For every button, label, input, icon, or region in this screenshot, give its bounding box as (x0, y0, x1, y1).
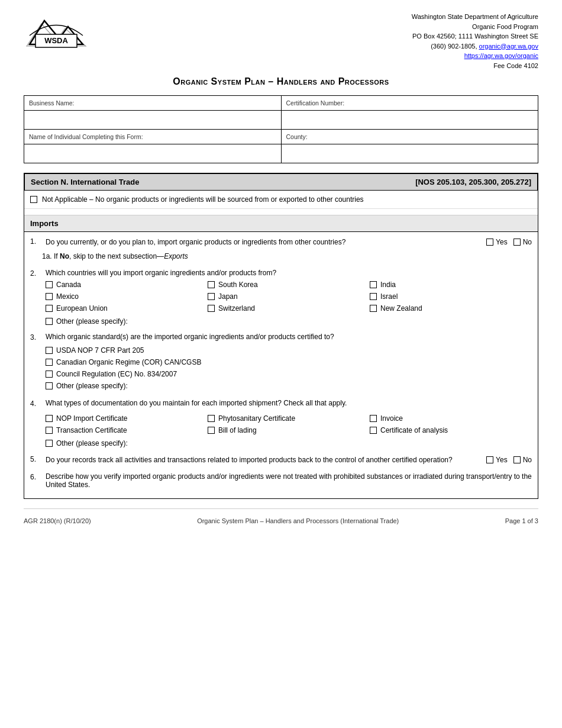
country-japan: Japan (208, 292, 370, 301)
mexico-checkbox[interactable] (46, 293, 53, 300)
new-zealand-checkbox[interactable] (370, 305, 377, 312)
israel-checkbox[interactable] (370, 293, 377, 300)
cert-analysis-checkbox[interactable] (370, 427, 377, 434)
doc-other-checkbox[interactable] (46, 440, 53, 447)
individual-name-value (24, 144, 282, 163)
question-5: 5. Do your records track all activities … (24, 450, 538, 468)
question-4: 4. What types of documentation do you ma… (24, 394, 538, 450)
country-other-checkbox[interactable] (46, 318, 53, 325)
countries-grid: Canada South Korea India (46, 277, 532, 315)
page-title: Organic System Plan – Handlers and Proce… (24, 76, 538, 87)
not-applicable-checkbox[interactable] (30, 196, 37, 203)
imports-header: Imports (24, 215, 538, 232)
standard-other: Other (please specify): (46, 380, 532, 392)
form-fields-table: Business Name: Certification Number: Nam… (24, 95, 538, 163)
q5-yes-checkbox[interactable] (486, 456, 493, 463)
county-value (281, 144, 538, 163)
doc-nop-import: NOP Import Certificate (46, 414, 208, 423)
doc-other: Other (please specify): (46, 439, 532, 447)
page-header: WSDA Washington State Department of Agri… (24, 12, 538, 70)
business-name-value (24, 111, 282, 130)
country-israel: Israel (370, 292, 532, 301)
doc-certificate-of-analysis: Certificate of analysis (370, 426, 532, 434)
switzerland-checkbox[interactable] (208, 305, 215, 312)
south-korea-checkbox[interactable] (208, 281, 215, 288)
invoice-checkbox[interactable] (370, 415, 377, 422)
wsda-logo: WSDA (24, 12, 95, 53)
standard-canadian: Canadian Organic Regime (COR) CAN/CGSB (46, 356, 532, 368)
canadian-checkbox[interactable] (46, 359, 53, 366)
q1-no-checkbox[interactable] (513, 239, 521, 246)
not-applicable-row: Not Applicable – No organic products or … (24, 191, 538, 209)
country-switzerland: Switzerland (208, 304, 370, 313)
india-checkbox[interactable] (370, 281, 377, 288)
standard-council: Council Regulation (EC) No. 834/2007 (46, 368, 532, 380)
doc-phytosanitary: Phytosanitary Certificate (208, 414, 370, 423)
section-n-header: Section N. International Trade [NOS 205.… (24, 173, 538, 191)
doc-invoice: Invoice (370, 414, 532, 423)
individual-name-cell: Name of Individual Completing this Form: (24, 130, 282, 144)
doc-bill-of-lading: Bill of lading (208, 426, 370, 434)
nop-import-checkbox[interactable] (46, 415, 53, 422)
business-name-cell: Business Name: (24, 96, 282, 111)
country-new-zealand: New Zealand (370, 304, 532, 313)
svg-text:WSDA: WSDA (44, 36, 68, 45)
question-6: 6. Describe how you verify imported orga… (24, 468, 538, 498)
standard-other-checkbox[interactable] (46, 382, 53, 389)
phytosanitary-checkbox[interactable] (208, 415, 215, 422)
docs-grid: NOP Import Certificate Phytosanitary Cer… (46, 411, 532, 437)
question-3: 3. Which organic standard(s) are the imp… (24, 328, 538, 394)
question-2: 2. Which countries will you import organ… (24, 264, 538, 328)
country-other: Other (please specify): (46, 317, 532, 326)
email-link[interactable]: organic@agr.wa.gov (479, 43, 538, 50)
certification-number-value (281, 111, 538, 130)
eu-checkbox[interactable] (46, 305, 53, 312)
country-european-union: European Union (46, 304, 208, 313)
question-1: 1. Do you currently, or do you plan to, … (24, 232, 538, 250)
doc-transaction-certificate: Transaction Certificate (46, 426, 208, 434)
transaction-cert-checkbox[interactable] (46, 427, 53, 434)
q5-yes-no: Yes No (486, 455, 532, 464)
form-id: AGR 2180(n) (R/10/20) (24, 517, 91, 524)
country-south-korea: South Korea (208, 281, 370, 289)
section-n: Section N. International Trade [NOS 205.… (24, 173, 538, 499)
standard-usda: USDA NOP 7 CFR Part 205 (46, 344, 532, 356)
website-link[interactable]: https://agr.wa.gov/organic (464, 52, 538, 59)
certification-number-cell: Certification Number: (281, 96, 538, 111)
header-address: Washington State Department of Agricultu… (412, 12, 538, 70)
q1-yes-checkbox[interactable] (486, 239, 493, 246)
q1-yes-no: Yes No (486, 237, 532, 246)
county-cell: County: (281, 130, 538, 144)
canada-checkbox[interactable] (46, 281, 53, 288)
q5-no-checkbox[interactable] (513, 456, 521, 463)
question-1a: 1a. If No, skip to the next subsection—E… (24, 250, 538, 264)
footer-title: Organic System Plan – Handlers and Proce… (197, 517, 399, 524)
country-mexico: Mexico (46, 292, 208, 301)
bill-of-lading-checkbox[interactable] (208, 427, 215, 434)
page-footer: AGR 2180(n) (R/10/20) Organic System Pla… (24, 508, 538, 524)
country-canada: Canada (46, 281, 208, 289)
council-checkbox[interactable] (46, 371, 53, 378)
japan-checkbox[interactable] (208, 293, 215, 300)
logo-area: WSDA (24, 12, 101, 55)
usda-checkbox[interactable] (46, 347, 53, 354)
country-india: India (370, 281, 532, 289)
page-number: Page 1 of 3 (505, 517, 538, 524)
